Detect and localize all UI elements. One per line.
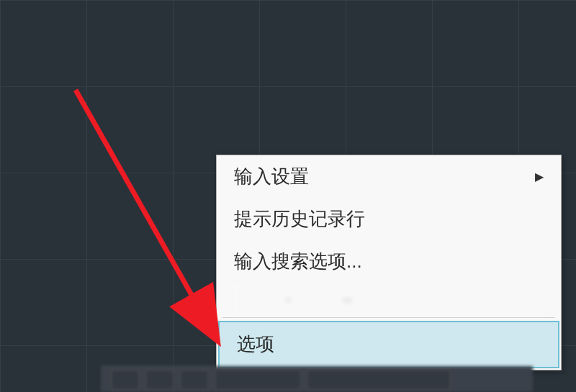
menu-item-label: 输入设置 bbox=[234, 163, 309, 191]
context-menu: 输入设置 ▶ 提示历史记录行 输入搜索选项... · ·· 选项 bbox=[216, 155, 562, 370]
menu-item-blurred: · ·· bbox=[234, 284, 544, 314]
menu-item-options-highlighted[interactable]: 选项 bbox=[218, 321, 559, 368]
status-bar-item[interactable] bbox=[215, 370, 301, 390]
submenu-arrow-icon: ▶ bbox=[535, 168, 544, 186]
status-bar-item[interactable] bbox=[111, 370, 140, 390]
status-bar-item[interactable] bbox=[145, 370, 174, 390]
status-bar bbox=[101, 366, 533, 392]
menu-item-label: 提示历史记录行 bbox=[234, 205, 365, 233]
menu-separator bbox=[222, 317, 555, 318]
menu-item-history-lines[interactable]: 提示历史记录行 bbox=[217, 198, 561, 240]
menu-item-input-settings[interactable]: 输入设置 ▶ bbox=[217, 155, 561, 198]
status-bar-item[interactable] bbox=[180, 370, 209, 390]
status-bar-item[interactable] bbox=[307, 370, 451, 390]
menu-item-label: 选项 bbox=[237, 333, 274, 355]
menu-item-search-options[interactable]: 输入搜索选项... bbox=[217, 240, 561, 283]
menu-item-label: 输入搜索选项... bbox=[234, 247, 362, 275]
